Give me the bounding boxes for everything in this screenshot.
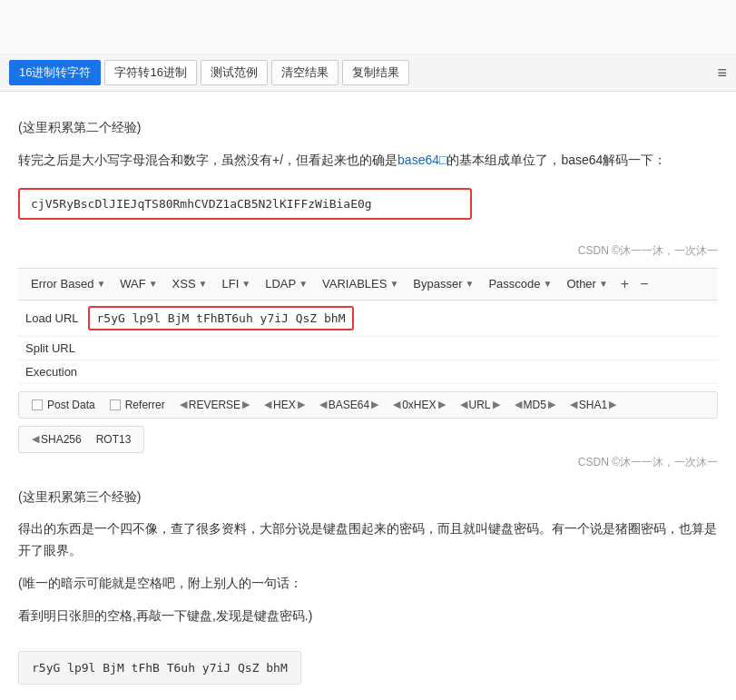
0xhex-right-arrow: ▶ [438, 399, 446, 410]
nav-passcode-arrow: ▼ [544, 279, 553, 289]
sha1-left-arrow: ◀ [570, 399, 577, 410]
tab-clear-result[interactable]: 清空结果 [271, 60, 339, 85]
reverse-left-arrow: ◀ [180, 399, 187, 410]
experience2-line1: 转完之后是大小写字母混合和数字，虽然没有+/，但看起来也的确是base64□的基… [18, 150, 718, 172]
nav-other-arrow: ▼ [599, 279, 608, 289]
hex-label: HEX [273, 399, 296, 411]
sha1-label: SHA1 [579, 399, 607, 411]
md5-right-arrow: ▶ [548, 399, 555, 410]
md5-label: MD5 [524, 399, 546, 411]
url-left-arrow: ◀ [460, 399, 467, 410]
tab-char-to-hex[interactable]: 字符转16进制 [104, 60, 196, 85]
decode-referrer[interactable]: Referrer [103, 396, 172, 414]
decode-md5[interactable]: ◀ MD5 ▶ [507, 396, 563, 414]
execution-row[interactable]: Execution [18, 360, 718, 384]
nav-error-based-label: Error Based [31, 277, 93, 291]
split-url-label: Split URL [25, 341, 75, 355]
nav-lfi-arrow: ▼ [241, 279, 250, 289]
post-data-checkbox[interactable] [32, 399, 43, 410]
nav-add-button[interactable]: + [615, 272, 634, 296]
decode-post-data[interactable]: Post Data [25, 396, 103, 414]
base64-right-arrow: ▶ [371, 399, 378, 410]
exp3-text2: (唯一的暗示可能就是空格吧，附上别人的一句话： [18, 576, 302, 590]
decode-hex[interactable]: ◀ HEX ▶ [257, 396, 312, 414]
post-data-label: Post Data [47, 399, 95, 411]
decode-rot13[interactable]: ROT13 [89, 430, 139, 449]
nav-variables-arrow: ▼ [389, 279, 398, 289]
tab-copy-result[interactable]: 复制结果 [342, 60, 409, 85]
exp2-text2: 的基本组成单位了，base64解码一下： [447, 153, 666, 167]
nav-lfi[interactable]: LFI ▼ [215, 273, 259, 294]
experience2-header: (这里积累第二个经验) [18, 117, 718, 139]
code-block-value: r5yG lp9l BjM tFhB T6uh y7iJ QsZ bhM [32, 661, 288, 675]
base64-input-box: cjV5RyBscDlJIEJqTS80RmhCVDZ1aCB5N2lKIFFz… [18, 188, 472, 220]
nav-error-based-arrow: ▼ [96, 279, 105, 289]
nav-bypasser[interactable]: Bypasser ▼ [406, 273, 481, 294]
experience3-section: (这里积累第三个经验) 得出的东西是一个四不像，查了很多资料，大部分说是键盘围起… [18, 487, 718, 627]
sha1-right-arrow: ▶ [609, 399, 616, 410]
nav-passcode[interactable]: Passcode ▼ [481, 273, 559, 294]
nav-bypasser-label: Bypasser [413, 277, 462, 291]
experience3-line3: 看到明日张胆的空格,再敲一下键盘,发现是键盘密码.) [18, 606, 718, 627]
nav-other[interactable]: Other ▼ [559, 273, 614, 294]
csdn-watermark-1: CSDN ©沐一一沐，一次沐一 [18, 243, 718, 259]
url-input-value: r5yG lp9l BjM tFhBT6uh y7iJ QsZ bhM [97, 311, 346, 325]
decode-sha256[interactable]: ◀ SHA256 [25, 430, 89, 449]
decode-0xhex[interactable]: ◀ 0xHEX ▶ [386, 396, 452, 414]
url-row: Load URL r5yG lp9l BjM tFhBT6uh y7iJ QsZ… [18, 301, 718, 337]
top-image-area [0, 0, 736, 54]
main-content: (这里积累第二个经验) 转完之后是大小写字母混合和数字，虽然没有+/，但看起来也… [0, 92, 736, 700]
nav-passcode-label: Passcode [488, 277, 540, 291]
0xhex-label: 0xHEX [402, 399, 436, 411]
toolbar: 16进制转字符 字符转16进制 测试范例 清空结果 复制结果 ≡ [0, 54, 736, 92]
hex-right-arrow: ▶ [298, 399, 305, 410]
nav-variables-label: VARIABLES [322, 277, 387, 291]
nav-minus-button[interactable]: − [634, 272, 653, 296]
decode-reverse[interactable]: ◀ REVERSE ▶ [172, 396, 257, 414]
nav-variables[interactable]: VARIABLES ▼ [315, 273, 406, 294]
experience3-line1: 得出的东西是一个四不像，查了很多资料，大部分说是键盘围起来的密码，而且就叫键盘密… [18, 518, 718, 562]
base64-input-value: cjV5RyBscDlJIEJqTS80RmhCVDZ1aCB5N2lKIFFz… [31, 197, 372, 211]
nav-xss-arrow: ▼ [199, 279, 208, 289]
split-url-row[interactable]: Split URL [18, 337, 718, 360]
experience2-header-text: (这里积累第二个经验) [18, 120, 141, 134]
url-label-decode: URL [469, 399, 491, 411]
base64-link[interactable]: base64□ [397, 153, 447, 167]
experience3-header: (这里积累第三个经验) [18, 487, 718, 508]
referrer-checkbox[interactable] [110, 399, 121, 410]
decode-url[interactable]: ◀ URL ▶ [453, 396, 507, 414]
decode-base64[interactable]: ◀ BASE64 ▶ [312, 396, 386, 414]
nav-waf-arrow: ▼ [149, 279, 158, 289]
md5-left-arrow: ◀ [515, 399, 522, 410]
hex-left-arrow: ◀ [264, 399, 271, 410]
tab-test-example[interactable]: 测试范例 [201, 60, 268, 85]
referrer-label: Referrer [125, 399, 165, 411]
url-input-box[interactable]: r5yG lp9l BjM tFhBT6uh y7iJ QsZ bhM [88, 306, 355, 330]
nav-other-label: Other [566, 277, 596, 291]
experience3-line2: (唯一的暗示可能就是空格吧，附上别人的一句话： [18, 573, 718, 595]
reverse-label: REVERSE [189, 399, 240, 411]
code-block: r5yG lp9l BjM tFhB T6uh y7iJ QsZ bhM [18, 651, 301, 685]
experience3-header-text: (这里积累第三个经验) [18, 489, 141, 504]
execution-label: Execution [25, 365, 77, 379]
tab-hex-to-char[interactable]: 16进制转字符 [9, 60, 101, 85]
nav-ldap-arrow: ▼ [299, 279, 308, 289]
decode-sha1[interactable]: ◀ SHA1 ▶ [563, 396, 623, 414]
nav-error-based[interactable]: Error Based ▼ [24, 273, 113, 294]
exp3-text3: 看到明日张胆的空格,再敲一下键盘,发现是键盘密码.) [18, 608, 312, 623]
nav-xss[interactable]: XSS ▼ [165, 273, 215, 294]
load-url-label: Load URL [25, 311, 79, 325]
sha256-left-arrow: ◀ [32, 433, 39, 445]
nav-bypasser-arrow: ▼ [466, 279, 475, 289]
nav-ldap[interactable]: LDAP ▼ [258, 273, 315, 294]
rot13-label: ROT13 [96, 433, 132, 446]
experience2-section: (这里积累第二个经验) 转完之后是大小写字母混合和数字，虽然没有+/，但看起来也… [18, 117, 718, 229]
nav-waf-label: WAF [120, 277, 145, 291]
base64-label: BASE64 [329, 399, 369, 411]
csdn-watermark-2: CSDN ©沐一一沐，一次沐一 [18, 455, 718, 470]
sha-row: ◀ SHA256 ROT13 [18, 426, 144, 453]
nav-waf[interactable]: WAF ▼ [113, 273, 164, 294]
menu-icon[interactable]: ≡ [717, 64, 727, 83]
base64-left-arrow: ◀ [319, 399, 327, 410]
nav-toolbar: Error Based ▼ WAF ▼ XSS ▼ LFI ▼ LDAP ▼ V… [18, 268, 718, 301]
